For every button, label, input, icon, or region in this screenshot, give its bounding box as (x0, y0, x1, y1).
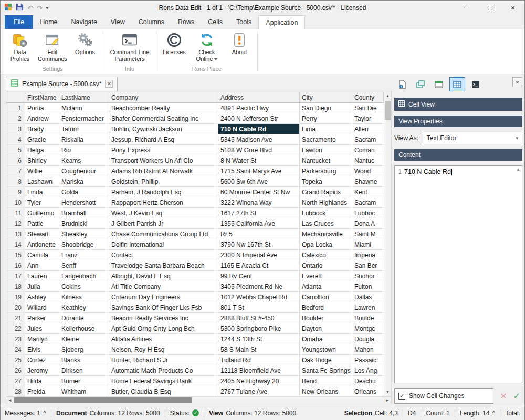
grid-cell[interactable]: Stewart (25, 229, 59, 239)
grid-cell[interactable]: Goldstein, Phillip (109, 176, 218, 186)
ribbon-tab-view[interactable]: View (104, 15, 132, 29)
grid-cell[interactable]: Grand Rapids (300, 187, 352, 197)
vertical-scrollbar-thumb[interactable] (385, 101, 391, 120)
scroll-right-icon[interactable]: ► (384, 397, 391, 404)
horizontal-scrollbar-thumb[interactable] (14, 397, 192, 403)
row-number[interactable]: 16 (6, 260, 25, 270)
grid-cell[interactable]: Tidland Rd (218, 355, 300, 365)
grid-cell[interactable]: Bend (300, 376, 352, 386)
grid-cell[interactable]: 3405 Piedmont Rd Ne (218, 281, 300, 291)
grid-cell[interactable]: Lashawn (25, 176, 59, 186)
grid-cell[interactable]: Dallas (352, 292, 384, 302)
grid-cell[interactable]: Lima (300, 124, 352, 134)
grid-cell[interactable]: 1715 Saint Marys Ave (218, 166, 300, 176)
grid-cell[interactable]: Keathley (59, 302, 109, 312)
grid-cell[interactable]: Willie (25, 166, 59, 176)
row-number[interactable]: 10 (6, 197, 25, 207)
grid-cell[interactable]: Rappaport Hertz Cherson (109, 197, 218, 207)
grid-cell[interactable]: Perry (300, 113, 352, 123)
grid-cell[interactable]: Butler, Claudia B Esq (109, 386, 218, 396)
grid-cell[interactable]: 801 T St (218, 302, 300, 312)
grid-cell[interactable]: Shoobridge (59, 239, 109, 249)
grid-cell[interactable]: Nelson, Roy H Esq (109, 344, 218, 354)
grid-cell[interactable]: Kellerhouse (59, 323, 109, 333)
grid-cell[interactable]: Wood (352, 166, 384, 176)
ribbon-tab-tools[interactable]: Tools (229, 15, 258, 29)
row-number[interactable]: 8 (6, 176, 25, 186)
grid-cell[interactable]: Imperia (352, 250, 384, 260)
row-number[interactable]: 5 (6, 145, 25, 155)
document-tab-close-icon[interactable]: ✕ (105, 80, 113, 88)
grid-cell[interactable]: Travelodge Santa Barbara Beach (109, 260, 218, 270)
grid-cell[interactable]: Fulton (352, 281, 384, 291)
grid-cell[interactable]: 5108 W Gore Blvd (218, 145, 300, 155)
grid-cell[interactable]: Brady (25, 124, 59, 134)
grid-cell[interactable]: Sheakley (59, 229, 109, 239)
grid-cell[interactable]: Fenstermacher (59, 113, 109, 123)
grid-cell[interactable]: Hendershott (59, 197, 109, 207)
grid-cell[interactable]: Transport Workers Un Afl Cio (109, 155, 218, 165)
grid-cell[interactable]: Coughenour (59, 166, 109, 176)
column-header-city[interactable]: City (300, 92, 352, 102)
grid-cell[interactable]: Bedford (300, 302, 352, 312)
grid-cell[interactable]: 1617 27th St (218, 208, 300, 218)
grid-cell[interactable]: J Gilbert Parrish Jr (109, 218, 218, 228)
grid-cell[interactable]: Mcfann (59, 103, 109, 113)
grid-cell[interactable]: Parham, J Randolph Esq (109, 187, 218, 197)
grid-cell[interactable]: Sacram (352, 134, 384, 144)
grid-cell[interactable]: Ontario (300, 260, 352, 270)
grid-cell[interactable]: Mariska (59, 176, 109, 186)
grid-cell[interactable]: Calexico (300, 250, 352, 260)
grid-cell[interactable]: Tyler (25, 197, 59, 207)
grid-cell[interactable]: San Diego (300, 103, 352, 113)
grid-cell[interactable]: Bramhall (59, 208, 109, 218)
row-number[interactable]: 26 (6, 365, 25, 375)
grid-cell[interactable]: 4891 Pacific Hwy (218, 103, 300, 113)
grid-cell[interactable]: 8 N Water St (218, 155, 300, 165)
grid-cell[interactable]: Apt Guid Orng Cnty Long Bch (109, 323, 218, 333)
grid-cell[interactable]: Opa Locka (300, 239, 352, 249)
ribbon-tab-navigate[interactable]: Navigate (65, 15, 104, 29)
grid-cell[interactable]: Portia (25, 103, 59, 113)
grid-cell[interactable]: Youngstown (300, 344, 352, 354)
grid-cell[interactable]: Tatum (59, 124, 109, 134)
grid-cell[interactable]: Sacram (352, 197, 384, 207)
grid-cell[interactable]: Nantucket (300, 155, 352, 165)
grid-cell[interactable]: Jeromy (25, 365, 59, 375)
grid-cell[interactable]: Andrew (25, 113, 59, 123)
grid-cell[interactable]: 1012 Webbs Chapel Rd (218, 292, 300, 302)
grid-cell[interactable]: Langenbach (59, 271, 109, 281)
grid-cell[interactable]: Gracie (25, 134, 59, 144)
grid-cell[interactable]: 2405 Ne Highway 20 (218, 376, 300, 386)
ribbon-tab-rows[interactable]: Rows (171, 15, 201, 29)
options-button[interactable]: Options (69, 30, 101, 56)
grid-cell[interactable]: Dirksen (59, 365, 109, 375)
column-header-county[interactable]: County (352, 92, 384, 102)
licenses-button[interactable]: Licenses (158, 30, 191, 56)
grid-cell[interactable]: Linda (25, 187, 59, 197)
grid-cell[interactable]: Pony Express (109, 145, 218, 155)
grid-cell[interactable]: Saint M (352, 229, 384, 239)
grid-cell[interactable]: Beachcomber Realty (109, 103, 218, 113)
grid-cell[interactable]: 3790 Nw 167th St (218, 239, 300, 249)
grid-cell[interactable]: 5300 Springboro Pike (218, 323, 300, 333)
grid-cell[interactable]: Las Cruces (300, 218, 352, 228)
grid-cell[interactable]: Kent (352, 187, 384, 197)
checkbox-checked-icon[interactable]: ✓ (398, 393, 405, 400)
row-number[interactable]: 13 (6, 229, 25, 239)
grid-cell[interactable]: Sacramento (300, 134, 352, 144)
panel-close-button[interactable]: ✕ (512, 77, 522, 87)
grid-cell[interactable]: Adams Rib Rstrnt At Norwalk (109, 166, 218, 176)
grid-cell[interactable]: Allen (352, 124, 384, 134)
grid-cell[interactable]: Blanks (59, 355, 109, 365)
grid-cell[interactable]: Alitalia Airlines (109, 334, 218, 344)
grid-cell[interactable]: Parker (25, 313, 59, 323)
column-header-lastname[interactable]: LastName (59, 92, 109, 102)
grid-cell[interactable]: Dayton (300, 323, 352, 333)
cell-info-view-button[interactable] (394, 77, 410, 91)
grid-cell[interactable]: 2400 N Jefferson Str (218, 113, 300, 123)
grid-cell[interactable]: Topeka (300, 176, 352, 186)
table-view-button[interactable] (431, 77, 447, 91)
grid-cell[interactable]: Guillermo (25, 208, 59, 218)
grid-cell[interactable]: Sjoberg (59, 344, 109, 354)
